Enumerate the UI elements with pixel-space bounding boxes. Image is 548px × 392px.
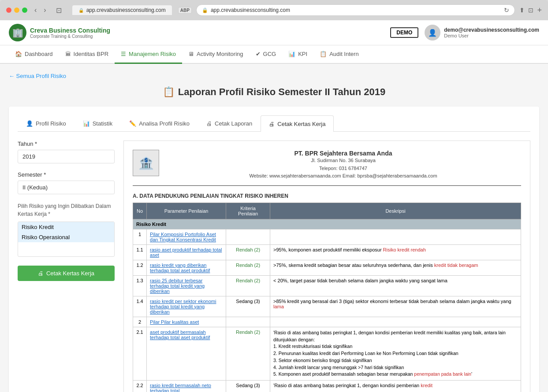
maximize-window-button[interactable] xyxy=(22,7,27,13)
row-param: rasio kredit bermasalah neto terhadap to… xyxy=(147,381,226,392)
nav-activity-label: Activity Monitoring xyxy=(197,51,243,57)
table-row: 1.1 rasio aset produktif terhadap total … xyxy=(133,244,521,260)
tab-statistik[interactable]: 📊 Statistik xyxy=(75,115,121,131)
tab-icon: 🔒 xyxy=(78,8,84,13)
cetak-laporan-label: Cetak Laporan xyxy=(215,120,252,127)
semester-group: Semester * xyxy=(18,171,115,194)
print-label: Cetak Kertas Kerja xyxy=(46,270,94,277)
forward-button[interactable]: › xyxy=(41,5,48,15)
main-card: 👤 Profil Risiko 📊 Statistik ✏️ Analisa P… xyxy=(9,107,539,392)
page-title-icon: 📋 xyxy=(163,86,175,98)
nav-dashboard-label: Dashboard xyxy=(25,51,53,57)
minimize-window-button[interactable] xyxy=(14,7,19,13)
main-layout: Tahun * Semester * Pilih Risiko yang Ing… xyxy=(18,141,530,392)
share-button[interactable]: ⬆ xyxy=(519,6,525,15)
nav-dashboard[interactable]: 🏠 Dashboard xyxy=(9,45,59,64)
nav-audit-intern[interactable]: 📋 Audit Intern xyxy=(313,45,365,64)
activity-icon: 🖥 xyxy=(188,51,194,57)
row-deskripsi: >75%, skema kredit sebagian besar atau s… xyxy=(270,260,521,275)
row-kriteria: Sedang (3) xyxy=(226,296,270,317)
tab-analisa-profil-risiko[interactable]: ✏️ Analisa Profil Risiko xyxy=(121,115,198,131)
browser-window: ‹ › ⊡ 🔒 app.crevabusinessconsulting.com … xyxy=(0,0,548,392)
browser-nav: ‹ › xyxy=(32,5,49,15)
app-nav: 🏠 Dashboard 🏛 Identitas BPR ☰ Manajemen … xyxy=(0,45,548,64)
table-row: 1 Pilar Komposisi Portofolio Aset dan Ti… xyxy=(133,229,521,244)
option-risiko-kredit[interactable]: Risiko Kredit xyxy=(18,222,114,232)
section-label: Risiko Kredit xyxy=(133,219,521,229)
tab-cetak-kertas-kerja[interactable]: 🖨 Cetak Kertas Kerja xyxy=(261,115,334,132)
breadcrumb-link[interactable]: ← Semua Profil Risiko xyxy=(9,73,66,79)
row-kriteria: Rendah (2) xyxy=(226,327,270,380)
report-header: 🏦 PT. BPR Sejahtera Bersama Anda Jl. Sud… xyxy=(133,150,521,186)
table-row: 1.4 rasio kredit per sektor ekonomi terh… xyxy=(133,296,521,317)
nav-manajemen-label: Manajemen Risiko xyxy=(129,51,176,57)
browser-actions: ⬆ ⊡ + xyxy=(519,6,542,15)
nav-manajemen-risiko[interactable]: ☰ Manajemen Risiko xyxy=(115,45,182,64)
logo-sub: Corporate Training & Consulting xyxy=(30,34,110,39)
open-new-window-button[interactable]: ⊡ xyxy=(528,6,533,15)
breadcrumb: ← Semua Profil Risiko xyxy=(9,73,539,79)
logo-area: 🏢 Creva Business Consulting Corporate Tr… xyxy=(9,24,110,41)
nav-gcg[interactable]: ✔ GCG xyxy=(250,45,283,64)
app-header: 🏢 Creva Business Consulting Corporate Tr… xyxy=(0,20,548,45)
analisa-label: Analisa Profil Risiko xyxy=(139,120,190,127)
tab-profil-risiko[interactable]: 👤 Profil Risiko xyxy=(18,115,75,131)
nav-activity-monitoring[interactable]: 🖥 Activity Monitoring xyxy=(182,45,249,64)
print-button[interactable]: 🖨 Cetak Kertas Kerja xyxy=(18,266,115,281)
row-param: Pilar Komposisi Portofolio Aset dan Ting… xyxy=(147,229,226,244)
tahun-group: Tahun * xyxy=(18,141,115,163)
risiko-multiselect[interactable]: Risiko Kredit Risiko Operasional xyxy=(18,222,115,257)
header-right: DEMO 👤 demo@crevabusinessconsulting.com … xyxy=(390,25,539,41)
address-bar[interactable]: 🔒 app.crevabusinessconsulting.com ↻ xyxy=(196,4,515,16)
nav-audit-label: Audit Intern xyxy=(329,51,359,57)
tab-cetak-laporan[interactable]: 🖨 Cetak Laporan xyxy=(198,115,261,131)
print-icon: 🖨 xyxy=(38,270,44,277)
row-param: rasio kredit per sektor ekonomi terhadap… xyxy=(147,296,226,317)
row-param: rasio aset produktif terhadap total aset xyxy=(147,244,226,260)
cetak-kertas-label: Cetak Kertas Kerja xyxy=(277,121,325,127)
row-kriteria: Rendah (2) xyxy=(226,260,270,275)
content-area: ← Semua Profil Risiko 📋 Laporan Profil R… xyxy=(0,64,548,392)
nav-kpi[interactable]: 📊 KPI xyxy=(282,45,313,64)
adblock-badge: ABP xyxy=(178,7,192,14)
row-deskripsi: >85% kredit yang berasal dari 3 (tiga) s… xyxy=(270,296,521,317)
row-kriteria xyxy=(226,317,270,327)
logo-name: Creva Business Consulting xyxy=(30,27,110,34)
row-param: rasio kredit yang diberikan terhadap tot… xyxy=(147,260,226,275)
browser-tab[interactable]: 🔒 app.crevabusinessconsulting.com xyxy=(72,5,172,15)
report-logo-icon: 🏦 xyxy=(133,150,159,176)
tab-title: app.crevabusinessconsulting.com xyxy=(86,7,166,13)
option-risiko-operasional[interactable]: Risiko Operasional xyxy=(18,232,114,242)
tab-layout-button[interactable]: ⊡ xyxy=(53,5,64,15)
row-param: aset produktif bermasalah terhadap total… xyxy=(147,327,226,380)
table-row: 1.2 rasio kredit yang diberikan terhadap… xyxy=(133,260,521,275)
table-row: 2.2 rasio kredit bermasalah neto terhada… xyxy=(133,381,521,392)
table-row: 2.1 aset produktif bermasalah terhadap t… xyxy=(133,327,521,380)
row-no: 1.2 xyxy=(133,260,147,275)
risiko-group: Pilih Risiko yang Ingin Dilibatkan Dalam… xyxy=(18,202,115,257)
reload-button[interactable]: ↻ xyxy=(504,7,509,14)
kpi-icon: 📊 xyxy=(288,51,295,57)
gcg-icon: ✔ xyxy=(256,51,261,57)
report-section-title: A. DATA PENDUKUNG PENILAIAN TINGKAT RISI… xyxy=(133,193,521,199)
th-parameter: Parameter Penilaian xyxy=(147,203,226,219)
nav-gcg-label: GCG xyxy=(263,51,276,57)
semester-input[interactable] xyxy=(18,181,115,194)
user-info: 👤 demo@crevabusinessconsulting.com Demo … xyxy=(425,25,539,41)
report-header-text: PT. BPR Sejahtera Bersama Anda Jl. Sudir… xyxy=(165,150,521,180)
demo-badge: DEMO xyxy=(390,27,418,38)
close-window-button[interactable] xyxy=(6,7,11,13)
tahun-input[interactable] xyxy=(18,150,115,163)
report-table: No Parameter Penilaian Kriteria Penilaia… xyxy=(133,203,521,392)
row-deskripsi: < 20%, target pasar tidak berubah selama… xyxy=(270,275,521,296)
row-no: 1.4 xyxy=(133,296,147,317)
back-button[interactable]: ‹ xyxy=(32,5,39,15)
row-no: 2 xyxy=(133,317,147,327)
table-row: 1.3 rasio 25 debitur terbesar terhadap t… xyxy=(133,275,521,296)
add-tab-button[interactable]: + xyxy=(537,6,542,15)
profil-risiko-label: Profil Risiko xyxy=(36,120,66,127)
home-icon: 🏠 xyxy=(15,51,22,57)
audit-icon: 📋 xyxy=(320,51,327,57)
user-avatar: 👤 xyxy=(425,25,440,41)
nav-identitas-bpr[interactable]: 🏛 Identitas BPR xyxy=(59,45,115,64)
